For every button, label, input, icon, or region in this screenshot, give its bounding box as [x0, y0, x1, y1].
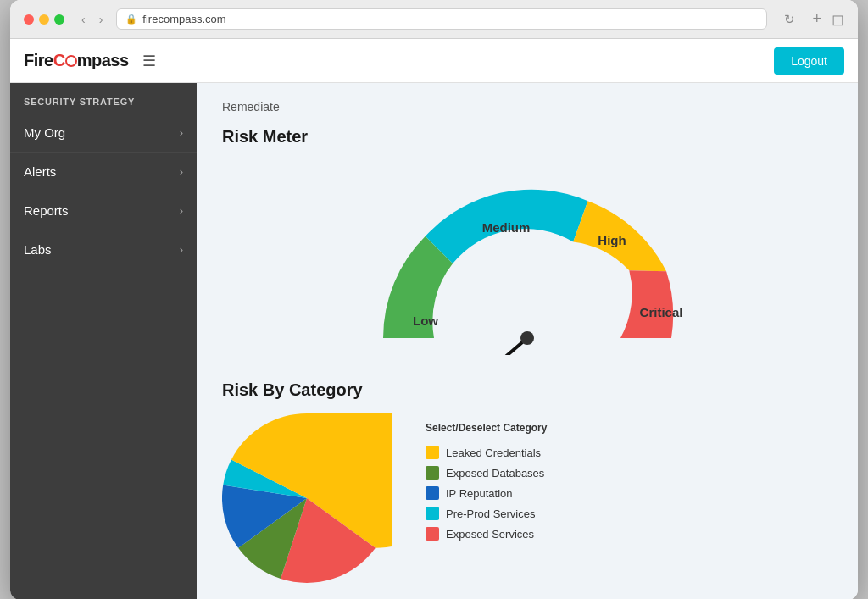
legend-label-ip: IP Reputation: [446, 487, 513, 500]
legend-color-exposed: [426, 527, 439, 541]
browser-window: ‹ › 🔒 firecompass.com ↻ + ◻ FireCmpass ☰…: [10, 0, 858, 599]
sidebar-item-my-org[interactable]: My Org ›: [10, 114, 197, 153]
legend-color-leaked: [426, 446, 439, 459]
high-label: High: [598, 233, 626, 247]
sidebar-item-alerts[interactable]: Alerts ›: [10, 153, 197, 191]
legend-label-leaked: Leaked Credentials: [446, 446, 541, 459]
sidebar-item-label: Labs: [24, 242, 52, 257]
app-container: FireCmpass ☰ Logout SECURITY STRATEGY My…: [10, 39, 858, 599]
legend-item-2[interactable]: IP Reputation: [426, 486, 547, 500]
new-tab-button[interactable]: +: [812, 10, 821, 29]
url-text: firecompass.com: [142, 13, 225, 25]
address-bar[interactable]: 🔒 firecompass.com: [116, 8, 767, 30]
browser-chrome: ‹ › 🔒 firecompass.com ↻ + ◻: [10, 0, 858, 39]
nav-arrows: ‹ ›: [78, 11, 106, 28]
browser-dots: [24, 14, 64, 25]
pie-chart-svg: [222, 413, 392, 583]
risk-category-title: Risk By Category: [222, 380, 832, 400]
legend-item-0[interactable]: Leaked Credentials: [426, 446, 547, 459]
sidebar: SECURITY STRATEGY My Org › Alerts › Repo…: [10, 83, 197, 599]
logout-button[interactable]: Logout: [774, 47, 844, 75]
sidebar-item-label: Reports: [24, 203, 69, 218]
legend-color-preprod: [426, 507, 439, 520]
legend-item-4[interactable]: Exposed Services: [426, 527, 547, 541]
legend-label-preprod: Pre-Prod Services: [446, 507, 535, 520]
hamburger-menu[interactable]: ☰: [139, 48, 159, 74]
legend-title: Select/Deselect Category: [426, 422, 547, 434]
legend-color-databases: [426, 466, 439, 480]
sidebar-item-reports[interactable]: Reports ›: [10, 191, 197, 230]
dot-green[interactable]: [54, 14, 64, 25]
logo-area: FireCmpass ☰: [24, 48, 159, 74]
sidebar-item-label: Alerts: [24, 164, 56, 179]
chevron-right-icon: ›: [180, 243, 183, 256]
gauge-svg: Low Low Low Medium High Critical: [349, 160, 705, 355]
dot-red[interactable]: [24, 14, 34, 25]
top-nav: FireCmpass ☰ Logout: [10, 39, 858, 83]
lock-icon: 🔒: [125, 14, 137, 25]
dot-yellow[interactable]: [39, 14, 49, 25]
sidebar-section-title: SECURITY STRATEGY: [10, 83, 197, 114]
legend-label-databases: Exposed Databases: [446, 467, 544, 480]
chevron-right-icon: ›: [180, 165, 183, 178]
legend-container: Select/Deselect Category Leaked Credenti…: [426, 413, 547, 541]
gauge-center: [520, 331, 534, 345]
main-layout: SECURITY STRATEGY My Org › Alerts › Repo…: [10, 83, 858, 599]
windows-button[interactable]: ◻: [832, 10, 844, 29]
gauge-needle: [437, 338, 527, 355]
legend-item-1[interactable]: Exposed Databases: [426, 466, 547, 480]
low-label: Low: [413, 313, 438, 328]
risk-category-section: Select/Deselect Category Leaked Credenti…: [222, 413, 832, 583]
legend-color-ip: [426, 486, 439, 500]
content-area: Remediate Risk Meter: [197, 83, 858, 599]
legend-item-3[interactable]: Pre-Prod Services: [426, 507, 547, 520]
medium-label: Medium: [482, 220, 531, 235]
chevron-right-icon: ›: [180, 204, 183, 217]
refresh-button[interactable]: ↻: [784, 12, 795, 27]
chevron-right-icon: ›: [180, 126, 183, 139]
sidebar-item-labs[interactable]: Labs ›: [10, 230, 197, 269]
critical-label: Critical: [640, 305, 683, 319]
app-logo: FireCmpass: [24, 51, 129, 70]
risk-meter-title: Risk Meter: [222, 127, 832, 147]
page-breadcrumb: Remediate: [222, 100, 832, 114]
sidebar-item-label: My Org: [24, 125, 65, 140]
back-button[interactable]: ‹: [78, 11, 89, 28]
forward-button[interactable]: ›: [96, 11, 107, 28]
browser-actions: + ◻: [812, 10, 844, 29]
legend-label-exposed: Exposed Services: [446, 528, 534, 541]
gauge-container: Low Low Low Medium High Critical: [222, 160, 832, 355]
